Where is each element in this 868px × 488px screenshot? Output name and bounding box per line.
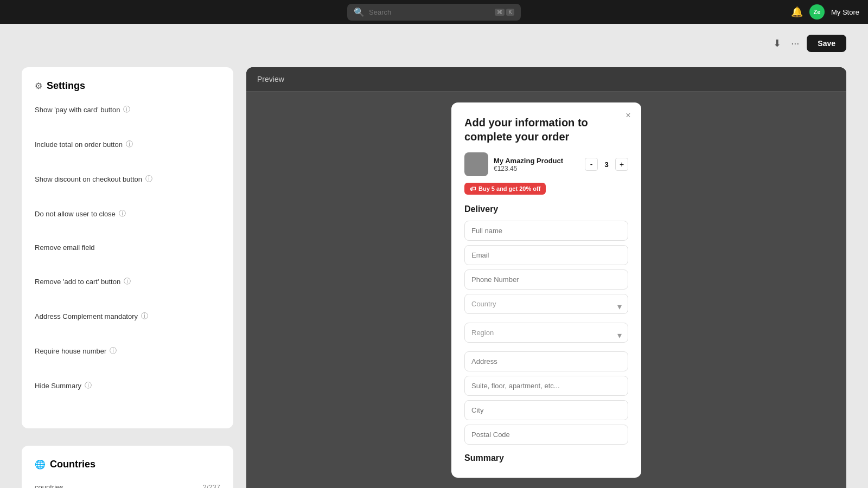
quantity-value: 3 [602,160,611,169]
city-input[interactable] [464,400,628,420]
more-options-button[interactable]: ··· [789,36,801,52]
globe-icon: 🌐 [35,459,46,470]
product-name: My Amazing Product [494,157,563,165]
setting-label-hide-summary: Hide Summary [35,382,81,390]
store-name: My Store [831,8,859,16]
postal-input[interactable] [464,425,628,445]
setting-label-address-complement: Address Complement mandatory [35,312,138,320]
product-row: My Amazing Product €123.45 - 3 + [464,152,628,176]
download-button[interactable]: ⬇ [771,35,783,52]
countries-count: 2/237 [202,483,220,488]
product-thumbnail [464,152,488,176]
panels-container: ⚙ Settings Show 'pay with card' button ⓘ [22,67,846,488]
preview-content: × Add your information to complete your … [246,92,846,488]
setting-label-remove-add-to-cart: Remove 'add to cart' button [35,278,120,286]
setting-row-remove-add-to-cart: Remove 'add to cart' button ⓘ [35,277,220,300]
countries-label: countries [35,483,63,488]
email-input[interactable] [464,245,628,265]
setting-row-hide-summary: Hide Summary ⓘ [35,381,220,404]
info-icon[interactable]: ⓘ [141,311,148,321]
settings-panel: ⚙ Settings Show 'pay with card' button ⓘ [22,67,233,428]
save-button[interactable]: Save [807,35,846,52]
countries-panel: 🌐 Countries countries 2/237 + Add France… [22,446,233,488]
settings-panel-header: ⚙ Settings [35,80,220,92]
setting-label-require-house-number: Require house number [35,347,106,355]
search-input[interactable] [369,8,490,16]
country-select[interactable]: Country [464,294,628,314]
countries-title: Countries [50,459,95,470]
global-search[interactable]: 🔍 ⌘ K [347,4,521,21]
settings-title: Settings [47,80,85,92]
region-select[interactable]: Region [464,323,628,343]
delivery-title: Delivery [464,204,628,214]
setting-row-show-discount: Show discount on checkout button ⓘ [35,174,220,198]
full-name-input[interactable] [464,221,628,241]
topbar: 🔍 ⌘ K 🔔 Ze My Store [0,0,868,24]
preview-header: Preview [246,67,846,92]
product-info: My Amazing Product €123.45 [464,152,563,176]
notification-bell-icon[interactable]: 🔔 [791,6,803,18]
info-icon[interactable]: ⓘ [119,209,126,219]
address-input[interactable] [464,351,628,371]
quantity-control: - 3 + [585,158,628,171]
countries-info-row: countries 2/237 [35,483,220,488]
setting-label-remove-email: Remove email field [35,243,95,252]
info-icon[interactable]: ⓘ [126,139,133,149]
info-icon[interactable]: ⓘ [110,346,117,356]
search-icon: 🔍 [354,7,365,17]
promo-icon: 🏷 [470,185,476,192]
preview-panel: Preview × Add your information to comple… [246,67,846,488]
setting-row-include-total: Include total on order button ⓘ [35,139,220,163]
modal-title: Add your information to complete your or… [464,115,628,144]
setting-label-show-discount: Show discount on checkout button [35,175,142,183]
product-details: My Amazing Product €123.45 [494,157,563,172]
main-content: ⬇ ··· Save ⚙ Settings Show 'pay with car… [0,24,868,488]
country-select-wrapper: Country ▾ [464,294,628,318]
setting-label-do-not-allow-close: Do not allow user to close [35,210,116,218]
page-toolbar: ⬇ ··· Save [771,35,846,52]
region-select-wrapper: Region ▾ [464,323,628,347]
qty-decrease-button[interactable]: - [585,158,598,171]
left-panels: ⚙ Settings Show 'pay with card' button ⓘ [22,67,233,488]
setting-row-remove-email: Remove email field [35,243,220,266]
setting-row-require-house-number: Require house number ⓘ [35,346,220,370]
info-icon[interactable]: ⓘ [145,174,152,184]
promo-text: Buy 5 and get 20% off [478,185,540,192]
store-avatar: Ze [809,4,825,20]
info-icon[interactable]: ⓘ [124,277,131,286]
setting-label-pay-with-card: Show 'pay with card' button [35,106,120,114]
search-shortcut: ⌘ K [495,9,514,16]
setting-row-address-complement: Address Complement mandatory ⓘ [35,311,220,335]
gear-icon: ⚙ [35,81,42,91]
summary-title: Summary [464,453,628,463]
product-price: €123.45 [494,165,563,172]
setting-row-do-not-allow-close: Do not allow user to close ⓘ [35,209,220,233]
info-icon[interactable]: ⓘ [123,105,130,114]
phone-input[interactable] [464,269,628,290]
qty-increase-button[interactable]: + [615,158,628,171]
countries-panel-header: 🌐 Countries [35,459,220,470]
suite-input[interactable] [464,376,628,396]
setting-label-include-total: Include total on order button [35,140,123,149]
modal-close-button[interactable]: × [622,109,635,122]
promo-badge: 🏷 Buy 5 and get 20% off [464,183,546,195]
modal-card: × Add your information to complete your … [451,102,641,478]
topbar-right: 🔔 Ze My Store [791,4,859,20]
info-icon[interactable]: ⓘ [85,381,92,390]
setting-row-pay-with-card: Show 'pay with card' button ⓘ [35,105,220,129]
